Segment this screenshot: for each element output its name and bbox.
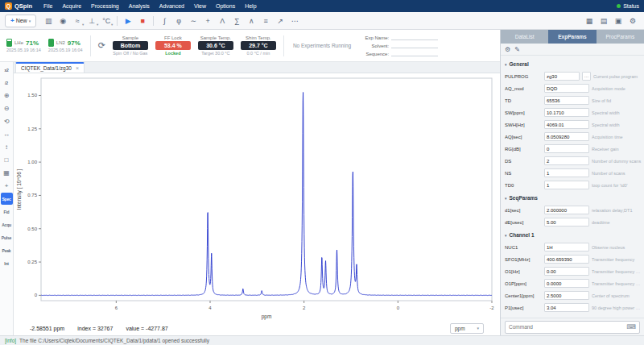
menu-acquire[interactable]: Acquire: [57, 0, 86, 12]
instrument-statusbar: LHe 71% 2025.05.19 16:14 LN2 97% 2025.05…: [0, 30, 500, 62]
spectrum-canvas[interactable]: 6420-200.250.500.751.001.251.50ppmIntens…: [14, 73, 500, 321]
section-seqparams[interactable]: ▾SeqParams: [505, 192, 642, 204]
section-title: General: [510, 61, 529, 67]
param-value-input[interactable]: 8.0509280: [544, 132, 589, 141]
peak-pick-icon[interactable]: Λ: [216, 15, 229, 27]
fflock-label: FF Lock: [164, 35, 182, 40]
ln2-value: 97%: [68, 39, 80, 47]
zoom-reset-icon[interactable]: ⟲: [1, 115, 13, 127]
close-icon[interactable]: ×: [76, 65, 79, 71]
sequence-field[interactable]: [391, 51, 438, 56]
baseline-icon[interactable]: ∼: [187, 15, 200, 27]
param-value-input[interactable]: 3.04: [544, 303, 589, 312]
console-icon[interactable]: ▥: [42, 15, 55, 27]
params-settings-icon[interactable]: ⚙: [505, 46, 510, 53]
scale-x2-button[interactable]: x2: [1, 64, 13, 76]
param-value-input[interactable]: 1: [544, 181, 589, 189]
param-value-input[interactable]: 2: [544, 156, 589, 165]
tab-expparams[interactable]: ExpParams: [548, 30, 596, 44]
temperature-icon[interactable]: °C▾: [100, 15, 113, 27]
settings-icon[interactable]: ⚙: [626, 15, 639, 27]
stop-button[interactable]: ■: [136, 15, 149, 27]
view-acqu-button[interactable]: Acqu: [1, 218, 13, 231]
toolbar: + New ▾ ▥◉≈▾⊥▾°C▾▶■∫φ∼+Λ∑∧≡↗⋯ ▦▤▣⚙: [0, 12, 644, 30]
param-value-input[interactable]: 2.5000: [544, 291, 589, 300]
param-row-aq-sec: AQ[sec]8.0509280Acquisition time: [505, 131, 642, 143]
tile-windows-icon[interactable]: ▤: [597, 15, 610, 27]
multiplet-icon[interactable]: ∧: [245, 15, 258, 27]
fit-width-icon[interactable]: ↔: [1, 128, 13, 140]
grid-icon[interactable]: ▦: [1, 167, 13, 179]
zoom-out-icon[interactable]: ⊖: [1, 102, 13, 114]
view-spec-button[interactable]: Spec: [1, 193, 13, 205]
shim-icon[interactable]: ≈▾: [71, 15, 84, 27]
calibrate-icon[interactable]: +: [201, 15, 214, 27]
fflock-status: FF Lock 53.4 % Locked: [155, 35, 191, 56]
crosshair-icon[interactable]: +: [1, 180, 13, 192]
zoom-in-icon[interactable]: ⊕: [1, 89, 13, 102]
scale-half-button[interactable]: /2: [1, 77, 13, 89]
exp-name-field[interactable]: [391, 35, 438, 40]
menu-advanced[interactable]: Advanced: [155, 0, 189, 12]
spectrum-tab[interactable]: CIQTEK_Data/1/zg30 ×: [15, 62, 85, 73]
more-button[interactable]: ⋯: [288, 15, 301, 27]
probe-icon[interactable]: ⊥▾: [85, 15, 98, 27]
param-desc: Number of scans: [592, 171, 642, 176]
menu-processing[interactable]: Processing: [86, 0, 124, 12]
param-value-input[interactable]: 1H: [544, 243, 589, 251]
sample-temp-sub: Target 30.0 °C: [201, 51, 229, 56]
param-value-input[interactable]: 400.659390: [544, 255, 589, 264]
full-view-icon[interactable]: □: [1, 154, 13, 166]
param-value-input[interactable]: 5.00: [544, 218, 589, 227]
browse-button[interactable]: …: [582, 72, 591, 81]
menu-analysis[interactable]: Analysis: [124, 0, 155, 12]
menu-options[interactable]: Options: [211, 0, 240, 12]
param-desc: relaxation delay;DT1: [592, 208, 642, 213]
phase-icon[interactable]: φ: [172, 15, 185, 27]
param-desc: deadtime: [592, 220, 642, 225]
cursor-value: value = -4277.87: [126, 326, 167, 331]
fit-height-icon[interactable]: ↕: [1, 141, 13, 153]
tab-datalist[interactable]: DataList: [501, 30, 548, 44]
param-value-input[interactable]: 0.0000: [544, 279, 589, 288]
param-row-rg-db: RG[dB]0Receiver gain: [505, 143, 642, 155]
status-indicator[interactable]: Status: [617, 3, 639, 9]
layout-icon[interactable]: ▦: [583, 15, 596, 27]
cascade-windows-icon[interactable]: ▣: [612, 15, 625, 27]
start-button[interactable]: ▶: [122, 15, 134, 27]
solvent-field[interactable]: [391, 43, 438, 48]
overlay-icon[interactable]: ≡: [259, 15, 272, 27]
param-value-input[interactable]: DQD: [544, 84, 589, 93]
param-value-input[interactable]: 0.00: [544, 267, 589, 276]
svg-text:6: 6: [115, 306, 118, 310]
menu-file[interactable]: File: [39, 0, 57, 12]
view-fid-button[interactable]: Fid: [1, 206, 13, 218]
menu-help[interactable]: Help: [240, 0, 261, 12]
param-row-d1-sec: d1[sec]2.000000relaxation delay;DT1: [505, 204, 642, 216]
keyboard-icon[interactable]: ⌨: [626, 323, 636, 330]
param-value-input[interactable]: 10.1710: [544, 108, 589, 117]
section-general[interactable]: ▾General: [505, 58, 642, 70]
svg-text:1.25: 1.25: [27, 127, 37, 131]
view-int-button[interactable]: Int: [1, 257, 13, 269]
param-value-input[interactable]: 2.000000: [544, 206, 589, 214]
ft-icon[interactable]: ∫: [158, 15, 171, 27]
view-peak-button[interactable]: Peak: [1, 244, 13, 256]
params-edit-icon[interactable]: ✎: [514, 46, 520, 53]
new-button[interactable]: + New ▾: [5, 15, 36, 27]
command-input[interactable]: [509, 324, 624, 330]
param-value-input[interactable]: 1: [544, 168, 589, 177]
lock-display-icon[interactable]: ◉: [56, 15, 69, 27]
section-channel-1[interactable]: ▾Channel 1: [505, 229, 642, 241]
unit-select[interactable]: ppm ▾: [450, 323, 484, 334]
expand-icon[interactable]: ↗: [274, 15, 287, 27]
param-value-input[interactable]: 65536: [544, 96, 589, 105]
view-pulse-button[interactable]: Pulse: [1, 231, 13, 243]
param-value-input[interactable]: 0: [544, 144, 589, 153]
integrate-icon[interactable]: ∑: [230, 15, 243, 27]
param-value-input[interactable]: 4069.01: [544, 120, 589, 129]
svg-text:0.25: 0.25: [27, 260, 37, 264]
menu-view[interactable]: View: [189, 0, 211, 12]
param-value-input[interactable]: zg30: [544, 72, 580, 81]
tab-procparams[interactable]: ProcParams: [597, 30, 644, 44]
